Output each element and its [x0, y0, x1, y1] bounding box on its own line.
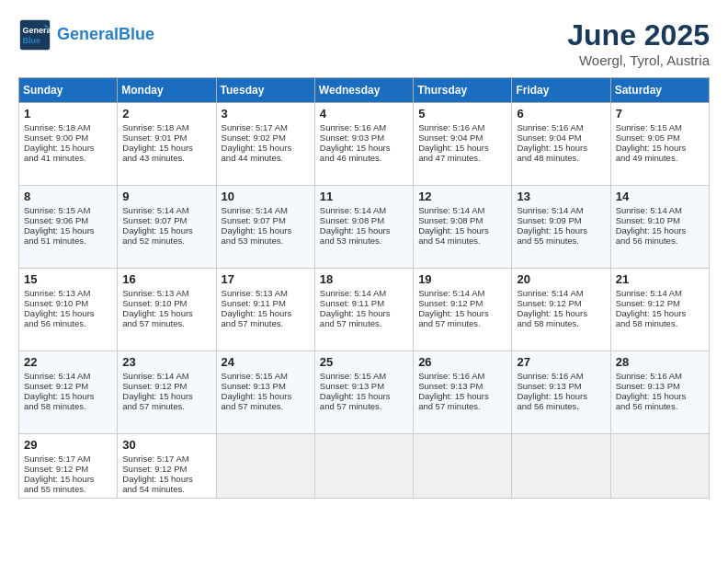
day-number: 15	[24, 272, 112, 286]
calendar-cell: 12Sunrise: 5:14 AM Sunset: 9:08 PM Dayli…	[414, 186, 512, 269]
day-number: 30	[122, 438, 210, 452]
day-number: 2	[122, 107, 210, 121]
day-info: Sunrise: 5:14 AM Sunset: 9:12 PM Dayligh…	[122, 371, 210, 411]
day-info: Sunrise: 5:13 AM Sunset: 9:11 PM Dayligh…	[222, 288, 310, 328]
day-info: Sunrise: 5:14 AM Sunset: 9:08 PM Dayligh…	[418, 205, 506, 246]
location-title: Woergl, Tyrol, Austria	[567, 52, 710, 68]
day-info: Sunrise: 5:16 AM Sunset: 9:04 PM Dayligh…	[517, 122, 605, 163]
col-header-tuesday: Tuesday	[216, 78, 314, 103]
calendar-cell: 27Sunrise: 5:16 AM Sunset: 9:13 PM Dayli…	[512, 351, 610, 434]
calendar-week-2: 8Sunrise: 5:15 AM Sunset: 9:06 PM Daylig…	[19, 186, 710, 269]
col-header-monday: Monday	[118, 78, 216, 103]
day-number: 3	[222, 107, 310, 121]
calendar-cell	[216, 434, 314, 499]
calendar-cell: 30Sunrise: 5:17 AM Sunset: 9:12 PM Dayli…	[118, 434, 216, 499]
calendar-cell: 8Sunrise: 5:15 AM Sunset: 9:06 PM Daylig…	[19, 186, 118, 269]
day-number: 8	[24, 190, 112, 203]
day-number: 23	[122, 355, 210, 369]
calendar-cell: 19Sunrise: 5:14 AM Sunset: 9:12 PM Dayli…	[414, 269, 512, 351]
calendar-cell: 5Sunrise: 5:16 AM Sunset: 9:04 PM Daylig…	[414, 103, 512, 186]
calendar-cell: 23Sunrise: 5:14 AM Sunset: 9:12 PM Dayli…	[118, 351, 216, 434]
logo: General Blue GeneralBlue	[18, 18, 154, 52]
calendar-cell: 14Sunrise: 5:14 AM Sunset: 9:10 PM Dayli…	[610, 186, 709, 269]
day-info: Sunrise: 5:16 AM Sunset: 9:04 PM Dayligh…	[418, 122, 506, 163]
day-info: Sunrise: 5:16 AM Sunset: 9:13 PM Dayligh…	[616, 371, 704, 411]
day-number: 1	[24, 107, 112, 121]
day-info: Sunrise: 5:16 AM Sunset: 9:13 PM Dayligh…	[418, 371, 506, 411]
day-number: 4	[320, 107, 408, 121]
day-info: Sunrise: 5:14 AM Sunset: 9:09 PM Dayligh…	[517, 205, 605, 246]
calendar-week-5: 29Sunrise: 5:17 AM Sunset: 9:12 PM Dayli…	[19, 434, 710, 499]
day-info: Sunrise: 5:14 AM Sunset: 9:07 PM Dayligh…	[222, 205, 310, 246]
day-info: Sunrise: 5:13 AM Sunset: 9:10 PM Dayligh…	[24, 288, 112, 328]
day-number: 20	[517, 272, 605, 286]
calendar-cell: 13Sunrise: 5:14 AM Sunset: 9:09 PM Dayli…	[512, 186, 610, 269]
calendar-cell: 25Sunrise: 5:15 AM Sunset: 9:13 PM Dayli…	[314, 351, 413, 434]
logo-line2: Blue	[119, 25, 154, 43]
day-info: Sunrise: 5:17 AM Sunset: 9:02 PM Dayligh…	[222, 122, 310, 163]
day-number: 29	[24, 438, 112, 452]
day-number: 9	[122, 190, 210, 203]
day-info: Sunrise: 5:17 AM Sunset: 9:12 PM Dayligh…	[122, 454, 210, 494]
calendar-cell: 11Sunrise: 5:14 AM Sunset: 9:08 PM Dayli…	[314, 186, 413, 269]
calendar-table: SundayMondayTuesdayWednesdayThursdayFrid…	[18, 77, 710, 499]
header: General Blue GeneralBlue June 2025 Woerg…	[18, 18, 710, 68]
calendar-cell: 10Sunrise: 5:14 AM Sunset: 9:07 PM Dayli…	[216, 186, 314, 269]
calendar-week-4: 22Sunrise: 5:14 AM Sunset: 9:12 PM Dayli…	[19, 351, 710, 434]
day-number: 12	[418, 190, 506, 203]
day-info: Sunrise: 5:18 AM Sunset: 9:01 PM Dayligh…	[122, 122, 210, 163]
svg-text:Blue: Blue	[23, 36, 41, 45]
calendar-cell	[414, 434, 512, 499]
calendar-cell	[314, 434, 413, 499]
calendar-cell: 2Sunrise: 5:18 AM Sunset: 9:01 PM Daylig…	[118, 103, 216, 186]
calendar-cell: 15Sunrise: 5:13 AM Sunset: 9:10 PM Dayli…	[19, 269, 118, 351]
col-header-saturday: Saturday	[610, 78, 709, 103]
calendar-cell: 26Sunrise: 5:16 AM Sunset: 9:13 PM Dayli…	[414, 351, 512, 434]
calendar-week-3: 15Sunrise: 5:13 AM Sunset: 9:10 PM Dayli…	[19, 269, 710, 351]
day-info: Sunrise: 5:18 AM Sunset: 9:00 PM Dayligh…	[24, 122, 112, 163]
day-info: Sunrise: 5:14 AM Sunset: 9:12 PM Dayligh…	[24, 371, 112, 411]
day-info: Sunrise: 5:16 AM Sunset: 9:13 PM Dayligh…	[517, 371, 605, 411]
title-area: June 2025 Woergl, Tyrol, Austria	[567, 18, 710, 68]
day-info: Sunrise: 5:14 AM Sunset: 9:08 PM Dayligh…	[320, 205, 408, 246]
day-info: Sunrise: 5:14 AM Sunset: 9:11 PM Dayligh…	[320, 288, 408, 328]
calendar-cell: 4Sunrise: 5:16 AM Sunset: 9:03 PM Daylig…	[314, 103, 413, 186]
col-header-sunday: Sunday	[19, 78, 118, 103]
day-info: Sunrise: 5:15 AM Sunset: 9:13 PM Dayligh…	[222, 371, 310, 411]
calendar-cell: 1Sunrise: 5:18 AM Sunset: 9:00 PM Daylig…	[19, 103, 118, 186]
day-number: 26	[418, 355, 506, 369]
day-number: 10	[222, 190, 310, 203]
calendar-cell: 18Sunrise: 5:14 AM Sunset: 9:11 PM Dayli…	[314, 269, 413, 351]
day-info: Sunrise: 5:17 AM Sunset: 9:12 PM Dayligh…	[24, 454, 112, 494]
day-info: Sunrise: 5:14 AM Sunset: 9:12 PM Dayligh…	[616, 288, 704, 328]
day-number: 11	[320, 190, 408, 203]
month-title: June 2025	[567, 18, 710, 52]
day-number: 7	[616, 107, 704, 121]
calendar-cell: 24Sunrise: 5:15 AM Sunset: 9:13 PM Dayli…	[216, 351, 314, 434]
calendar-cell: 20Sunrise: 5:14 AM Sunset: 9:12 PM Dayli…	[512, 269, 610, 351]
calendar-cell: 22Sunrise: 5:14 AM Sunset: 9:12 PM Dayli…	[19, 351, 118, 434]
day-number: 14	[616, 190, 704, 203]
col-header-friday: Friday	[512, 78, 610, 103]
calendar-cell: 6Sunrise: 5:16 AM Sunset: 9:04 PM Daylig…	[512, 103, 610, 186]
calendar-cell: 9Sunrise: 5:14 AM Sunset: 9:07 PM Daylig…	[118, 186, 216, 269]
day-number: 27	[517, 355, 605, 369]
calendar-cell: 16Sunrise: 5:13 AM Sunset: 9:10 PM Dayli…	[118, 269, 216, 351]
logo-icon: General Blue	[18, 18, 51, 52]
calendar-cell: 29Sunrise: 5:17 AM Sunset: 9:12 PM Dayli…	[19, 434, 118, 499]
day-info: Sunrise: 5:16 AM Sunset: 9:03 PM Dayligh…	[320, 122, 408, 163]
day-info: Sunrise: 5:15 AM Sunset: 9:06 PM Dayligh…	[24, 205, 112, 246]
calendar-cell: 21Sunrise: 5:14 AM Sunset: 9:12 PM Dayli…	[610, 269, 709, 351]
day-info: Sunrise: 5:14 AM Sunset: 9:12 PM Dayligh…	[418, 288, 506, 328]
day-number: 21	[616, 272, 704, 286]
day-number: 18	[320, 272, 408, 286]
day-number: 17	[222, 272, 310, 286]
col-header-wednesday: Wednesday	[314, 78, 413, 103]
calendar-cell: 3Sunrise: 5:17 AM Sunset: 9:02 PM Daylig…	[216, 103, 314, 186]
day-info: Sunrise: 5:15 AM Sunset: 9:13 PM Dayligh…	[320, 371, 408, 411]
calendar-cell	[610, 434, 709, 499]
day-number: 16	[122, 272, 210, 286]
logo-line1: General	[57, 25, 119, 43]
day-number: 13	[517, 190, 605, 203]
calendar-cell: 17Sunrise: 5:13 AM Sunset: 9:11 PM Dayli…	[216, 269, 314, 351]
